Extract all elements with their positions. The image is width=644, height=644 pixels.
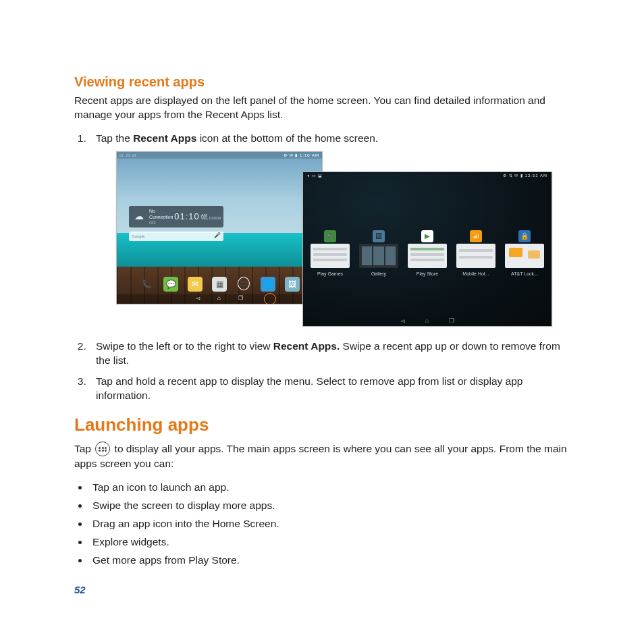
steps-list: Tap the Recent Apps icon at the bottom o… xyxy=(74,132,570,403)
browser-app-icon[interactable]: 🌐 xyxy=(261,277,275,292)
google-search-bar[interactable]: Google 🎤 xyxy=(129,232,223,241)
weather-no-connection: No Connection OFF xyxy=(149,208,174,225)
status-left: ▭ ▭ ▭ xyxy=(119,153,137,158)
widget-off-label: OFF xyxy=(149,221,174,225)
recent-app-label: Play Games xyxy=(317,271,343,277)
screenshot-home-screen: ▭ ▭ ▭ ⚙ ✉ ▮ 1:10 AM ☁ No Connection OFF … xyxy=(116,151,323,304)
step-3: Tap and hold a recent app to display the… xyxy=(89,375,570,403)
step-1: Tap the Recent Apps icon at the bottom o… xyxy=(89,132,570,330)
status-right: ⚙ ✉ ▮ 1:10 AM xyxy=(284,153,319,158)
heading-launching-apps: Launching apps xyxy=(74,414,570,435)
play-games-icon: 🎮 xyxy=(324,230,336,242)
screenshot-group: ▭ ▭ ▭ ⚙ ✉ ▮ 1:10 AM ☁ No Connection OFF … xyxy=(116,151,570,330)
step-1-bold: Recent Apps xyxy=(133,132,196,144)
bullet-item: Explore widgets. xyxy=(89,535,570,549)
step-1-text-a: Tap the xyxy=(96,132,133,144)
mobile-hotspot-icon: 📶 xyxy=(470,230,482,242)
weather-cloud-icon: ☁ xyxy=(129,210,149,223)
screenshot-recent-apps: ◂ ▭ ⬓ ⚙ ⇅ ✉ ▮ 12:51 AM 🎮 Play Games � xyxy=(302,171,552,327)
heading-viewing-recent-apps: Viewing recent apps xyxy=(74,74,570,90)
step-2: Swipe to the left or to the right to vie… xyxy=(89,340,570,368)
step-2-bold: Recent Apps. xyxy=(273,340,340,352)
recent-apps-row[interactable]: 🎮 Play Games 🖼 xyxy=(303,230,552,277)
messaging-app-icon[interactable]: 💬 xyxy=(163,277,178,292)
att-locker-icon: 🔒 xyxy=(518,230,531,242)
bullet-item: Tap an icon to launch an app. xyxy=(89,481,570,495)
step-2-text-a: Swipe to the left or to the right to vie… xyxy=(96,340,273,352)
launching-apps-intro: Tap to display all your apps. The main a… xyxy=(74,442,570,471)
document-page: Viewing recent apps Recent apps are disp… xyxy=(0,0,644,622)
intro-text-b: to display all your apps. The main apps … xyxy=(74,444,567,470)
launching-apps-bullets: Tap an icon to launch an app. Swipe the … xyxy=(74,481,570,568)
system-nav-bar: ◅ ⌂ ❐ xyxy=(117,294,322,304)
nav-recent-icon[interactable]: ❐ xyxy=(238,295,243,302)
gallery-app-icon[interactable]: 🖼 xyxy=(285,277,300,292)
recent-app-thumbnail xyxy=(359,244,398,268)
recent-app-card[interactable]: 🔒 AT&T Lock... xyxy=(505,230,544,277)
recent-app-card[interactable]: 🖼 Gallery xyxy=(359,230,398,277)
recent-app-card[interactable]: 🎮 Play Games xyxy=(311,230,350,277)
status-bar: ▭ ▭ ▭ ⚙ ✉ ▮ 1:10 AM xyxy=(117,152,322,159)
google-search-label: Google xyxy=(132,234,144,239)
gallery-icon: 🖼 xyxy=(373,230,385,242)
step-1-text-b: icon at the bottom of the home screen. xyxy=(196,132,378,144)
nav-back-icon[interactable]: ◅ xyxy=(196,295,200,302)
email-app-icon[interactable]: ✉ xyxy=(188,277,203,292)
status-left: ◂ ▭ ⬓ xyxy=(307,173,323,178)
status-right: ⚙ ⇅ ✉ ▮ 12:51 AM xyxy=(503,173,547,178)
clock-time: 01:10 xyxy=(174,211,200,223)
recent-app-label: Mobile Hot... xyxy=(462,271,489,277)
calendar-app-icon[interactable]: ▦ xyxy=(212,277,227,292)
clock-date: Wed, 1/1/2014 xyxy=(201,217,221,221)
phone-app-icon[interactable]: 📞 xyxy=(139,277,154,292)
recent-app-label: Play Store xyxy=(417,271,438,277)
voice-search-icon[interactable]: 🎤 xyxy=(214,232,221,240)
nav-back-icon[interactable]: ◅ xyxy=(400,317,405,325)
page-number: 52 xyxy=(74,584,570,595)
highlight-ring-recent-apps xyxy=(264,293,276,304)
recent-app-card[interactable]: 📶 Mobile Hot... xyxy=(456,230,495,277)
recent-app-card[interactable]: ▶ Play Store xyxy=(408,230,447,277)
clock-ampm: AM Wed, 1/1/2014 xyxy=(200,213,223,221)
recent-app-thumbnail xyxy=(311,244,350,268)
nav-recent-icon[interactable]: ❐ xyxy=(449,317,454,325)
nav-home-icon[interactable]: ⌂ xyxy=(217,295,221,302)
recent-app-label: Gallery xyxy=(371,271,386,277)
all-apps-inline-icon xyxy=(95,441,110,456)
clock-weather-widget[interactable]: ☁ No Connection OFF 01:10 AM Wed, 1/1/20… xyxy=(129,206,223,227)
status-bar: ◂ ▭ ⬓ ⚙ ⇅ ✉ ▮ 12:51 AM xyxy=(303,172,552,179)
bullet-item: Swipe the screen to display more apps. xyxy=(89,499,570,513)
recent-app-label: AT&T Lock... xyxy=(511,271,538,277)
home-dock: 📞 💬 ✉ ▦ 🌐 🖼 xyxy=(117,277,322,292)
play-store-icon: ▶ xyxy=(421,230,433,242)
intro-paragraph-1: Recent apps are displayed on the left pa… xyxy=(74,94,570,122)
nav-home-icon[interactable]: ⌂ xyxy=(425,317,429,325)
recent-app-thumbnail xyxy=(456,244,495,268)
bullet-item: Drag an app icon into the Home Screen. xyxy=(89,517,570,531)
intro-text-a: Tap xyxy=(74,444,94,455)
recent-app-thumbnail xyxy=(505,244,544,268)
system-nav-bar: ◅ ⌂ ❐ xyxy=(303,315,552,326)
bullet-item: Get more apps from Play Store. xyxy=(89,554,570,568)
recent-app-thumbnail xyxy=(408,244,447,268)
all-apps-icon[interactable] xyxy=(236,277,251,292)
